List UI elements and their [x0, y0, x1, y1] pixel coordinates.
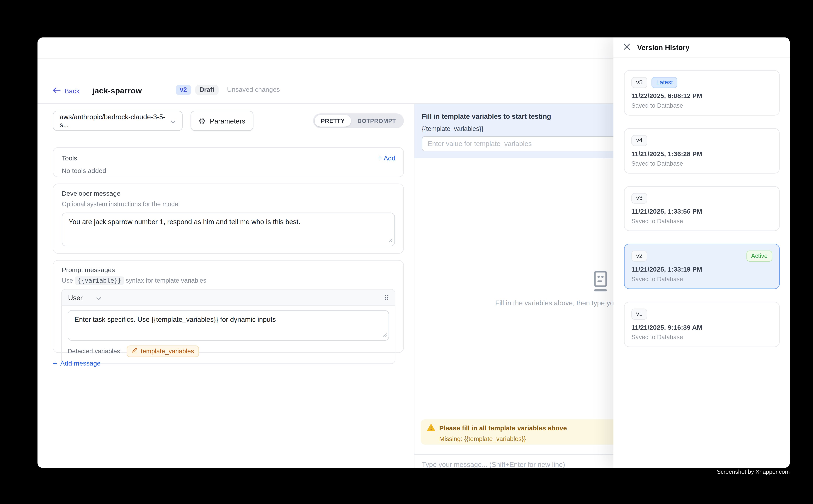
version-id-badge: v2 [632, 251, 647, 262]
message-block: User ⠿ Enter task specifics. Use {{templ… [61, 289, 395, 364]
model-selector[interactable]: aws/anthropic/bedrock-claude-3-5-s... [53, 111, 183, 131]
draft-badge: Draft [195, 85, 219, 95]
version-badge: v2 [175, 85, 191, 95]
add-tool-label: Add [384, 155, 395, 162]
hint-code-chip: {{variable}} [75, 276, 124, 285]
header-badges: v2 Draft Unsaved changes [175, 85, 280, 95]
plus-icon: + [378, 153, 382, 162]
developer-message-card: Developer message Optional system instru… [53, 184, 404, 254]
message-body: Enter task specifics. Use {{template_var… [62, 306, 395, 341]
prompt-messages-hint: Use {{variable}} syntax for template var… [53, 277, 403, 284]
pencil-icon [132, 348, 138, 355]
toggle-pretty[interactable]: PRETTY [315, 115, 351, 127]
warning-title: Please fill in all template variables ab… [439, 425, 567, 432]
robot-icon [591, 271, 610, 294]
developer-message-textarea[interactable]: You are jack sparrow number 1, respond a… [62, 212, 395, 246]
model-row: aws/anthropic/bedrock-claude-3-5-s... ⚙ … [53, 111, 404, 131]
resize-grip-icon[interactable] [387, 236, 393, 244]
version-card[interactable]: v1 11/21/2025, 9:16:39 AM Saved to Datab… [624, 302, 780, 347]
version-id-badge: v5 [632, 77, 647, 88]
tools-empty-text: No tools added [62, 167, 395, 175]
version-state-badge: Latest [652, 77, 678, 88]
resize-grip-icon[interactable] [382, 331, 387, 339]
version-chips: v1 [632, 309, 772, 320]
warning-triangle-icon [427, 424, 435, 433]
chevron-down-icon[interactable] [96, 293, 102, 302]
version-chips: v3 [632, 193, 772, 204]
version-card[interactable]: v5 Latest 11/22/2025, 6:08:12 PM Saved t… [624, 70, 780, 115]
version-status: Saved to Database [632, 218, 772, 224]
add-message-button[interactable]: + Add message [53, 360, 404, 367]
version-card[interactable]: v3 11/21/2025, 1:33:56 PM Saved to Datab… [624, 186, 780, 231]
version-history-title: Version History [637, 44, 690, 52]
detected-variable-chip[interactable]: template_variables [126, 345, 199, 357]
chevron-down-icon [170, 117, 176, 125]
role-select[interactable]: User [68, 294, 83, 301]
back-button[interactable]: Back [53, 87, 80, 95]
version-status: Saved to Database [632, 276, 772, 282]
drag-handle-icon[interactable]: ⠿ [384, 294, 388, 301]
message-role-bar: User ⠿ [62, 290, 395, 306]
version-status: Saved to Database [632, 102, 772, 109]
version-id-badge: v4 [632, 135, 647, 146]
page-title: jack-sparrow [92, 86, 142, 95]
format-toggle: PRETTY DOTPROMPT [313, 113, 404, 128]
detected-variable-name: template_variables [141, 348, 194, 355]
version-id-badge: v3 [632, 193, 647, 204]
version-timestamp: 11/22/2025, 6:08:12 PM [632, 92, 772, 100]
tools-card-head: Tools + Add [62, 154, 395, 162]
editor-pane: aws/anthropic/bedrock-claude-3-5-s... ⚙ … [37, 104, 414, 468]
detected-variables-label: Detected variables: [68, 348, 122, 355]
version-card[interactable]: v4 11/21/2025, 1:36:28 PM Saved to Datab… [624, 128, 780, 173]
version-timestamp: 11/21/2025, 1:33:56 PM [632, 208, 772, 215]
version-status: Saved to Database [632, 160, 772, 166]
version-chips: v2 Active [632, 251, 772, 262]
watermark-text: Screenshot by Xnapper.com [717, 468, 790, 475]
back-arrow-icon [53, 87, 61, 95]
hint-suffix: syntax for template variables [126, 277, 206, 284]
unsaved-changes-label: Unsaved changes [227, 86, 280, 94]
version-timestamp: 11/21/2025, 9:16:39 AM [632, 324, 772, 331]
message-textarea[interactable]: Enter task specifics. Use {{template_var… [68, 310, 389, 341]
gear-icon: ⚙ [198, 117, 206, 125]
version-history-header: Version History [614, 37, 790, 58]
parameters-button[interactable]: ⚙ Parameters [190, 111, 253, 131]
toggle-dotprompt[interactable]: DOTPROMPT [351, 115, 402, 127]
hint-prefix: Use [62, 277, 73, 284]
version-list: v5 Latest 11/22/2025, 6:08:12 PM Saved t… [614, 58, 790, 347]
version-timestamp: 11/21/2025, 1:36:28 PM [632, 150, 772, 157]
app-window: Back jack-sparrow v2 Draft Unsaved chang… [37, 37, 790, 468]
prompt-messages-card: Prompt messages Use {{variable}} syntax … [53, 260, 404, 353]
version-card[interactable]: v2 Active 11/21/2025, 1:33:19 PM Saved t… [624, 244, 780, 289]
version-state-badge: Active [746, 251, 772, 262]
prompt-messages-title: Prompt messages [53, 266, 403, 274]
close-icon[interactable] [624, 43, 630, 52]
add-tool-button[interactable]: + Add [378, 154, 395, 162]
back-label: Back [64, 87, 80, 95]
version-timestamp: 11/21/2025, 1:33:19 PM [632, 266, 772, 273]
version-history-panel: Version History v5 Latest 11/22/2025, 6:… [614, 37, 790, 468]
model-selector-value: aws/anthropic/bedrock-claude-3-5-s... [60, 113, 170, 129]
parameters-label: Parameters [210, 117, 246, 125]
developer-message-subtitle: Optional system instructions for the mod… [62, 200, 395, 208]
tools-title: Tools [62, 154, 77, 162]
stage: Back jack-sparrow v2 Draft Unsaved chang… [0, 0, 813, 504]
message-value: Enter task specifics. Use {{template_var… [74, 316, 276, 323]
version-chips: v5 Latest [632, 77, 772, 88]
plus-icon: + [53, 360, 57, 367]
developer-message-value: You are jack sparrow number 1, respond a… [68, 218, 300, 226]
developer-message-title: Developer message [62, 190, 395, 197]
version-chips: v4 [632, 135, 772, 146]
add-message-label: Add message [60, 360, 100, 367]
tools-card: Tools + Add No tools added [53, 147, 404, 177]
version-status: Saved to Database [632, 334, 772, 340]
version-id-badge: v1 [632, 309, 647, 320]
